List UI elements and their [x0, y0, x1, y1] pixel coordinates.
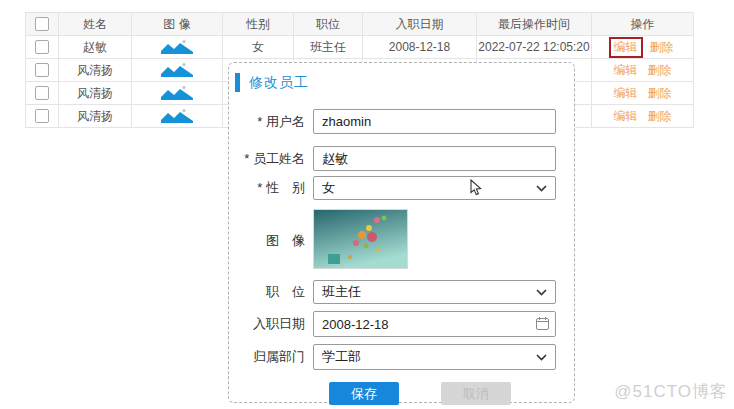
title-accent-bar	[235, 73, 240, 92]
table-header-row: 姓名 图 像 性别 职位 入职日期 最后操作时间 操作	[26, 13, 694, 36]
header-position: 职位	[294, 13, 363, 36]
hire-date-picker	[313, 311, 556, 337]
employee-name-field-row: * 员工姓名	[237, 146, 556, 171]
header-last-op-time: 最后操作时间	[477, 13, 592, 36]
username-field-row: * 用户名	[237, 109, 556, 134]
header-name: 姓名	[59, 13, 132, 36]
modal-title-row: 修改员工	[235, 73, 309, 92]
cell-name: 赵敏	[59, 36, 132, 59]
select-all-checkbox[interactable]	[35, 17, 49, 31]
edit-link[interactable]: 编辑	[614, 86, 638, 100]
delete-link[interactable]: 删除	[648, 109, 672, 123]
cell-actions: 编辑删除	[592, 59, 694, 82]
cell-actions: 编辑删除	[592, 36, 694, 59]
select-all-cell	[26, 13, 59, 36]
header-gender: 性别	[223, 13, 294, 36]
photo-placeholder-icon	[160, 39, 194, 55]
department-select-value: 学工部	[322, 348, 361, 366]
cell-name: 风清扬	[59, 59, 132, 82]
row-checkbox[interactable]	[35, 109, 49, 123]
gender-field-row: * 性 别 女	[237, 176, 556, 200]
header-hire-date: 入职日期	[363, 13, 477, 36]
photo-placeholder-icon	[160, 108, 194, 124]
cell-actions: 编辑删除	[592, 82, 694, 105]
watermark: @51CTO博客	[614, 380, 728, 403]
cell-hire-date: 2008-12-18	[363, 36, 477, 59]
username-label: * 用户名	[237, 113, 305, 131]
position-field-row: 职 位 班主任	[237, 280, 556, 304]
hire-date-input[interactable]	[313, 311, 556, 337]
cell-position: 班主任	[294, 36, 363, 59]
cell-image	[132, 36, 223, 59]
position-label: 职 位	[237, 283, 305, 301]
photo-placeholder-icon	[160, 62, 194, 78]
gender-select-value: 女	[322, 179, 335, 197]
cell-image	[132, 59, 223, 82]
employee-name-input[interactable]	[313, 146, 556, 171]
employee-management-screen: 姓名 图 像 性别 职位 入职日期 最后操作时间 操作 赵敏 女 班主任 200…	[0, 0, 734, 409]
delete-link[interactable]: 删除	[648, 86, 672, 100]
cell-image	[132, 82, 223, 105]
department-label: 归属部门	[237, 348, 305, 366]
cancel-button[interactable]: 取消	[441, 382, 511, 405]
hire-date-label: 入职日期	[237, 315, 305, 333]
edit-employee-modal: 修改员工 * 用户名 * 员工姓名 * 性 别 女 图 像	[228, 62, 575, 403]
chevron-down-icon	[536, 289, 547, 296]
edit-highlight-box: 编辑	[609, 37, 643, 58]
edit-link[interactable]: 编辑	[614, 109, 638, 123]
image-label: 图 像	[237, 232, 305, 250]
delete-link[interactable]: 删除	[648, 63, 672, 77]
edit-link[interactable]: 编辑	[614, 40, 638, 54]
edit-link[interactable]: 编辑	[614, 63, 638, 77]
row-checkbox[interactable]	[35, 63, 49, 77]
cell-gender: 女	[223, 36, 294, 59]
username-input[interactable]	[313, 109, 556, 134]
header-actions: 操作	[592, 13, 694, 36]
modal-title: 修改员工	[249, 74, 309, 92]
table-row: 赵敏 女 班主任 2008-12-18 2022-07-22 12:05:20 …	[26, 36, 694, 59]
department-field-row: 归属部门 学工部	[237, 344, 556, 370]
cell-image	[132, 105, 223, 128]
chevron-down-icon	[536, 354, 547, 361]
employee-photo-thumbnail	[313, 209, 408, 273]
position-select-value: 班主任	[322, 283, 361, 301]
gender-select[interactable]: 女	[313, 176, 556, 200]
hire-date-field-row: 入职日期	[237, 311, 556, 337]
delete-link[interactable]: 删除	[650, 40, 674, 54]
save-button[interactable]: 保存	[329, 382, 399, 405]
employee-name-label: * 员工姓名	[237, 150, 305, 168]
cell-name: 风清扬	[59, 82, 132, 105]
cell-last-op-time: 2022-07-22 12:05:20	[477, 36, 592, 59]
chevron-down-icon	[536, 185, 547, 192]
cell-name: 风清扬	[59, 105, 132, 128]
calendar-icon[interactable]	[536, 317, 549, 330]
row-checkbox[interactable]	[35, 40, 49, 54]
mouse-cursor-icon	[470, 179, 482, 196]
image-field-row: 图 像	[237, 209, 408, 273]
department-select[interactable]: 学工部	[313, 344, 556, 370]
photo-placeholder-icon	[160, 85, 194, 101]
row-checkbox[interactable]	[35, 86, 49, 100]
gender-label: * 性 别	[237, 179, 305, 197]
cell-actions: 编辑删除	[592, 105, 694, 128]
position-select[interactable]: 班主任	[313, 280, 556, 304]
header-image: 图 像	[132, 13, 223, 36]
